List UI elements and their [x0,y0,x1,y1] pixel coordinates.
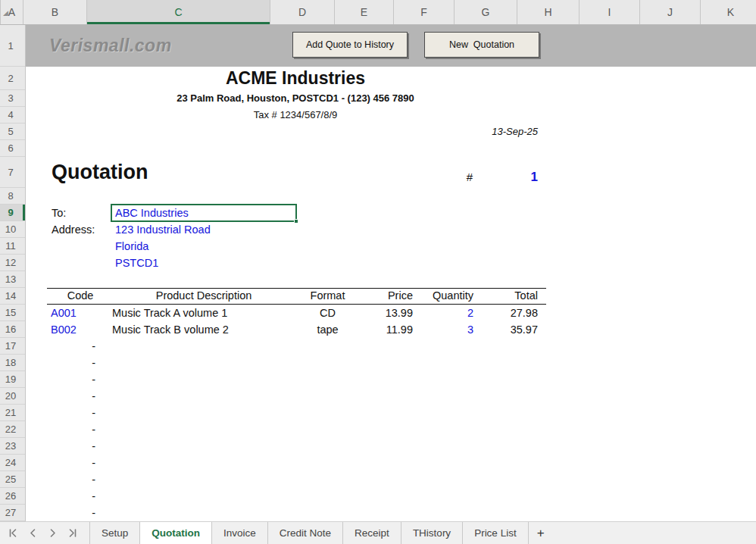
row-header[interactable]: 19 [0,371,25,388]
row-header[interactable]: 7 [0,157,25,188]
customer-address1-cell[interactable]: 123 Industrial Road [112,221,301,238]
table-row-empty: - [47,388,546,405]
date-cell[interactable]: 13-Sep-25 [405,123,539,140]
company-name-cell[interactable]: ACME Industries [48,67,542,90]
row-header[interactable]: 20 [0,388,25,405]
total-placeholder-cell[interactable]: - [48,355,112,371]
description-cell[interactable]: Music Track A volume 1 [112,305,295,321]
column-header[interactable]: C [87,0,270,24]
quantity-cell[interactable]: 3 [419,321,480,338]
table-header-cell[interactable]: Price [360,289,419,304]
total-cell[interactable]: 35.97 [480,321,542,338]
format-cell[interactable]: CD [295,305,360,321]
next-sheet-icon[interactable] [48,528,58,538]
company-address-cell[interactable]: 23 Palm Road, Houston, POSTCD1 - (123) 4… [48,90,542,107]
customer-address2-cell[interactable]: Florida [112,238,301,255]
previous-sheet-icon[interactable] [28,528,38,538]
table-row-empty: - [47,471,546,488]
sheet-tab[interactable]: Credit Note [268,522,343,544]
row-header[interactable]: 13 [0,271,25,288]
quantity-cell[interactable]: 2 [419,305,480,321]
total-cell[interactable]: 27.98 [480,305,542,321]
quote-number-label-cell[interactable]: # [419,169,480,186]
quote-number-value-cell[interactable]: 1 [480,168,542,186]
total-placeholder-cell[interactable]: - [48,455,112,471]
sheet-tab[interactable]: Setup [90,522,140,544]
row-header[interactable]: 22 [0,421,25,438]
select-all-triangle-icon: ◢ [3,10,8,17]
table-header-cell[interactable]: Quantity [419,289,480,304]
total-placeholder-cell[interactable]: - [48,438,112,455]
row-header[interactable]: 27 [0,505,25,521]
sheet-tab[interactable]: Quotation [140,522,212,544]
format-cell[interactable]: tape [295,321,360,338]
row-header[interactable]: 21 [0,405,25,421]
column-header[interactable]: B [23,0,87,24]
row-header[interactable]: 26 [0,488,25,505]
row-header[interactable]: 8 [0,188,25,205]
row-header[interactable]: 18 [0,355,25,371]
total-placeholder-cell[interactable]: - [48,471,112,488]
row-header[interactable]: 3 [0,90,25,107]
address-label-cell[interactable]: Address: [52,221,111,238]
table-header-cell[interactable]: Format [295,289,360,304]
tax-number-cell[interactable]: Tax # 1234/567/8/9 [48,107,542,123]
new-quotation-button[interactable]: New Quotation [424,32,539,58]
total-placeholder-cell[interactable]: - [48,338,112,355]
total-placeholder-cell[interactable]: - [48,405,112,421]
banner-row: Verismall.com Add Quote to History New Q… [26,25,756,67]
column-header[interactable]: K [701,0,756,24]
select-all-corner[interactable]: ◢ [0,0,1,24]
row-header[interactable]: 1 [0,25,25,67]
code-cell[interactable]: B002 [48,321,112,338]
column-header[interactable]: E [335,0,394,24]
add-sheet-button[interactable]: + [529,522,553,544]
add-quote-to-history-button[interactable]: Add Quote to History [292,32,408,58]
fill-handle[interactable] [294,219,298,224]
row-header[interactable]: 4 [0,107,25,123]
row-header[interactable]: 23 [0,438,25,455]
column-header[interactable]: D [270,0,335,24]
row-header[interactable]: 2 [0,67,25,90]
first-sheet-icon[interactable] [8,528,18,538]
total-placeholder-cell[interactable]: - [48,388,112,405]
sheet-tab[interactable]: Invoice [212,522,268,544]
quotation-title-cell[interactable]: Quotation [52,157,148,188]
row-header[interactable]: 12 [0,255,25,271]
row-header[interactable]: 6 [0,140,25,157]
column-header[interactable]: I [579,0,640,24]
price-cell[interactable]: 13.99 [360,305,419,321]
row-header[interactable]: 17 [0,338,25,355]
customer-name-cell[interactable]: ABC Industries [112,205,301,221]
sheet-tab[interactable]: Price List [463,522,529,544]
row-header[interactable]: 11 [0,238,25,255]
row-header[interactable]: 25 [0,471,25,488]
sheet-tab[interactable]: THistory [401,522,463,544]
table-row-empty: - [47,421,546,438]
row-header[interactable]: 9 [0,205,25,221]
column-header[interactable]: G [455,0,517,24]
total-placeholder-cell[interactable]: - [48,371,112,388]
total-placeholder-cell[interactable]: - [48,488,112,505]
total-placeholder-cell[interactable]: - [48,421,112,438]
customer-address3-cell[interactable]: PSTCD1 [112,255,301,271]
row-header[interactable]: 15 [0,305,25,321]
description-cell[interactable]: Music Track B volume 2 [112,321,295,338]
total-placeholder-cell[interactable]: - [48,505,112,521]
column-header[interactable]: H [517,0,579,24]
sheet-tab[interactable]: Receipt [343,522,401,544]
row-header[interactable]: 5 [0,123,25,140]
table-header-cell[interactable]: Product Description [112,289,295,304]
row-header[interactable]: 10 [0,221,25,238]
row-header[interactable]: 14 [0,288,25,305]
column-header[interactable]: F [394,0,455,24]
code-cell[interactable]: A001 [48,305,112,321]
row-header[interactable]: 16 [0,321,25,338]
table-header-cell[interactable]: Code [48,289,112,304]
to-label-cell[interactable]: To: [52,205,111,221]
last-sheet-icon[interactable] [67,528,77,538]
price-cell[interactable]: 11.99 [360,321,419,338]
table-header-cell[interactable]: Total [480,289,542,304]
row-header[interactable]: 24 [0,455,25,471]
column-header[interactable]: J [640,0,701,24]
